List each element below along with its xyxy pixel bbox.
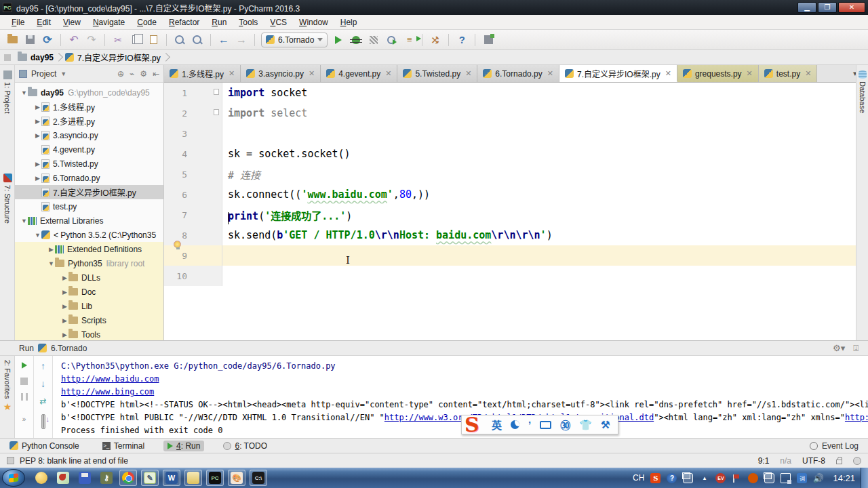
collapse-all-icon[interactable]: ⌁ — [130, 69, 134, 79]
toolwindow-terminal[interactable]: >_Terminal — [98, 441, 149, 451]
sidebar-item-database[interactable]: Database — [856, 70, 868, 113]
tree-row[interactable]: test.py — [15, 199, 163, 214]
code-line[interactable]: 1import socket — [164, 83, 868, 103]
chevron-down-icon[interactable]: ▼ — [60, 70, 66, 77]
menu-vcs[interactable]: VCS — [264, 16, 293, 28]
intention-bulb-icon[interactable] — [174, 241, 181, 248]
run-button[interactable] — [332, 33, 345, 47]
console-hyperlink[interactable]: http://www.baidu.com — [61, 374, 159, 384]
save-all-icon[interactable] — [23, 33, 37, 47]
chevron-right-icon[interactable]: ▶ — [61, 274, 68, 281]
menu-file[interactable]: File — [5, 16, 31, 28]
ime-keyboard-icon[interactable] — [540, 421, 551, 429]
profiler-button[interactable] — [384, 33, 398, 47]
sidebar-item-structure[interactable]: 7: Structure — [0, 174, 15, 224]
ime-language-toggle[interactable]: 英 — [492, 418, 502, 432]
pause-icon[interactable] — [21, 393, 28, 401]
commit-icon[interactable] — [481, 33, 495, 47]
breadcrumb[interactable]: day95 — [15, 50, 56, 64]
editor-tab[interactable]: 1.多线程.py✕ — [164, 65, 241, 82]
menu-window[interactable]: Window — [293, 16, 334, 28]
tree-row[interactable]: ▶1.多线程.py — [15, 100, 163, 114]
tree-row[interactable]: 4.gevent.py — [15, 142, 163, 157]
menu-tools[interactable]: Tools — [233, 16, 264, 28]
start-button[interactable] — [2, 469, 25, 487]
pin-icon[interactable] — [732, 473, 742, 483]
redo-icon[interactable]: ↷ — [85, 33, 98, 47]
hector-inspector-icon[interactable] — [853, 457, 861, 465]
ev-icon[interactable]: EV — [715, 473, 726, 483]
minimize-button[interactable]: ▁ — [797, 2, 816, 13]
maximize-button[interactable]: ❐ — [818, 2, 837, 13]
up-stack-trace-icon[interactable]: ↑ — [41, 361, 45, 371]
volume-icon[interactable]: 🔊 — [813, 473, 823, 483]
file-encoding[interactable]: UTF-8 — [802, 456, 825, 466]
ime-punctuation-icon[interactable]: ’ — [528, 419, 531, 430]
show-desktop-button[interactable] — [861, 468, 868, 488]
run-with-coverage-icon[interactable]: ≡ — [402, 33, 416, 47]
language-indicator[interactable]: CH — [633, 473, 644, 483]
chevron-right-icon[interactable]: ▶ — [47, 246, 55, 253]
close-tab-icon[interactable]: ✕ — [229, 69, 235, 78]
sogou-logo-icon[interactable]: S — [465, 413, 486, 434]
window-stack-icon[interactable] — [683, 473, 693, 483]
tree-row[interactable]: ▶Tools — [15, 327, 163, 340]
ime-toolbox-icon[interactable]: ⚒ — [601, 419, 610, 431]
breadcrumb[interactable]: 7.自定义异步IO框架.py — [62, 50, 163, 64]
ime-fullhalf-moon-icon[interactable] — [511, 420, 519, 429]
taskbar-app-notepad-icon[interactable]: ✎ — [141, 470, 159, 486]
menu-run[interactable]: Run — [205, 16, 233, 28]
tree-row[interactable]: ▶Scripts — [15, 313, 163, 327]
help-icon[interactable]: ? — [667, 473, 677, 483]
taskbar-app-paint-icon[interactable]: 🎨 — [228, 470, 245, 486]
code-line[interactable]: 3 — [164, 123, 868, 144]
close-tab-icon[interactable]: ✕ — [665, 69, 671, 78]
tree-row[interactable]: ▶Extended Definitions — [15, 242, 163, 256]
toolwindow-toggle-icon[interactable] — [7, 457, 14, 464]
event-log-button[interactable]: Event Log — [810, 441, 868, 451]
editor-tab[interactable]: 3.asyncio.py✕ — [241, 65, 321, 82]
tree-row[interactable]: ▶DLLs — [15, 270, 163, 285]
menu-refactor[interactable]: Refactor — [163, 16, 205, 28]
chevron-right-icon[interactable]: ▶ — [61, 289, 68, 296]
dict-icon[interactable]: 词 — [797, 473, 807, 483]
taskbar-app-floppy-icon[interactable] — [76, 470, 94, 486]
more-icon[interactable]: » — [22, 415, 26, 423]
tree-row[interactable]: ▶Lib — [15, 299, 163, 313]
rerun-icon[interactable] — [22, 362, 27, 369]
close-tab-icon[interactable]: ✕ — [805, 69, 811, 78]
fold-marker-icon[interactable] — [214, 89, 219, 95]
sidebar-item-favorites[interactable]: 2: Favorites ★ — [0, 360, 15, 412]
caret-up-icon[interactable]: ▴ — [699, 473, 709, 483]
coverage-button[interactable] — [367, 33, 380, 47]
editor-tab[interactable]: 6.Tornado.py✕ — [477, 65, 559, 82]
editor-tab[interactable]: grequests.py✕ — [677, 65, 759, 82]
hide-panel-icon[interactable]: ⇤ — [153, 69, 159, 79]
undo-icon[interactable]: ↶ — [67, 33, 81, 47]
cut-icon[interactable]: ✂ — [111, 33, 125, 47]
gear-icon[interactable]: ⚙▾ — [833, 343, 845, 353]
chevron-down-icon[interactable]: ▼ — [20, 218, 28, 224]
menu-view[interactable]: View — [57, 16, 87, 28]
ime-voice-icon[interactable]: ㉚ — [560, 418, 570, 432]
fold-marker-icon[interactable] — [214, 109, 219, 115]
tree-row[interactable]: ▼Python35library root — [15, 256, 163, 270]
menu-edit[interactable]: Edit — [31, 16, 57, 28]
code-line[interactable]: 4sk = socket.socket() — [164, 144, 868, 164]
lock-icon[interactable] — [836, 460, 842, 464]
settings-icon[interactable]: ⚒ — [429, 33, 442, 47]
menu-navigate[interactable]: Navigate — [87, 16, 131, 28]
tree-row[interactable]: ▶5.Twisted.py — [15, 157, 163, 171]
ime-skin-icon[interactable]: 👕 — [579, 419, 592, 431]
console-hyperlink[interactable]: http://www.bing.com — [61, 387, 154, 396]
forward-icon[interactable]: → — [235, 33, 248, 47]
code-line[interactable]: 7print('连接成功了...') — [164, 205, 868, 225]
open-icon[interactable] — [5, 33, 19, 47]
help-icon[interactable]: ? — [455, 33, 469, 47]
close-tab-icon[interactable]: ✕ — [547, 69, 553, 78]
tree-row[interactable]: 7.自定义异步IO框架.py — [15, 185, 163, 199]
taskbar-app-explorer-icon[interactable] — [184, 470, 202, 486]
chevron-down-icon[interactable]: ▼ — [47, 260, 55, 267]
find-icon[interactable] — [173, 33, 186, 47]
run-console-output[interactable]: C:\Python35\python.exe G:/python_code/da… — [53, 356, 868, 438]
